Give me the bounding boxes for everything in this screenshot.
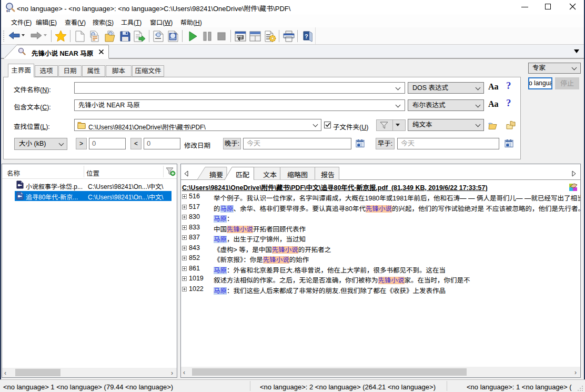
svg-text:64: 64 (6, 9, 10, 13)
svg-text:?: ? (305, 33, 308, 39)
